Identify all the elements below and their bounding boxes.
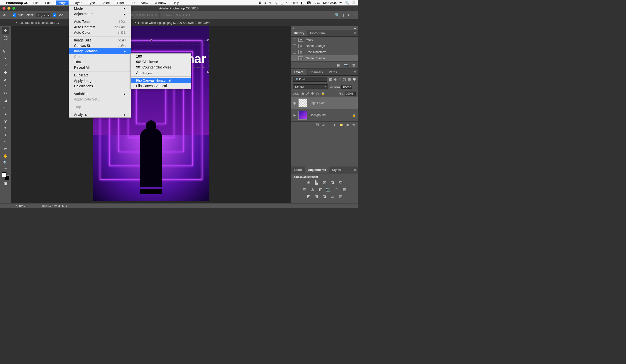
menu-item[interactable]: Adjustments▶ xyxy=(69,11,131,17)
adjust-filter-icon[interactable]: ◐ xyxy=(334,77,337,81)
menu-item[interactable]: Analysis▶ xyxy=(69,112,131,117)
submenu-item[interactable]: Flip Canvas Vertical xyxy=(131,83,191,89)
link-icon[interactable]: ⛓ xyxy=(316,123,319,127)
path-tool[interactable]: ↖ xyxy=(2,138,9,145)
new-layer-icon[interactable]: ▣ xyxy=(346,123,349,127)
tab-doc-1[interactable]: × luminar-white-biglogo.png @ 100% (Laye… xyxy=(131,19,213,26)
menu-3d[interactable]: 3D xyxy=(129,0,136,5)
history-row[interactable]: ▤Name Change xyxy=(291,43,358,49)
move-tool[interactable]: ✥ xyxy=(2,27,9,34)
kind-filter[interactable]: 🔎Kind▾ xyxy=(293,77,327,82)
menu-item[interactable]: Trim... xyxy=(69,59,131,65)
panel-menu-icon[interactable]: ≡ xyxy=(354,168,356,172)
photo-filter-icon[interactable]: 📷 xyxy=(326,187,331,192)
gradmap-icon[interactable]: ▭ xyxy=(330,194,335,199)
battery-icon[interactable]: ▮▯ xyxy=(301,1,304,5)
align-icons[interactable]: ▤ ▦ ▤ ▦ ▤ ▮ ▯ ▮ ▯ xyxy=(128,13,157,17)
history-row[interactable]: ▤Name Change xyxy=(291,55,358,62)
curves-icon[interactable]: ▨ xyxy=(322,180,327,185)
lock-paint-icon[interactable]: 🖌 xyxy=(306,92,309,95)
adjustment-icon[interactable]: ◐ xyxy=(334,123,336,127)
type-tool[interactable]: T xyxy=(2,132,9,138)
show-transform-checkbox[interactable]: Sho xyxy=(53,13,63,17)
close-icon[interactable]: × xyxy=(16,21,18,25)
tab-styles[interactable]: Styles xyxy=(329,166,344,173)
submenu-item[interactable]: 180° xyxy=(131,54,191,59)
blend-mode-select[interactable]: Normal▾ xyxy=(293,84,328,89)
zoom-tool[interactable]: 🔍 xyxy=(2,159,9,166)
tab-history[interactable]: History xyxy=(291,30,307,36)
input-label[interactable]: ABC xyxy=(313,1,320,5)
move-tool-icon[interactable]: ✥ xyxy=(1,12,7,18)
visibility-icon[interactable]: ◉ xyxy=(293,101,296,105)
layer-row[interactable]: ◉ Background 🔒 xyxy=(291,109,358,121)
tab-channels[interactable]: Channels xyxy=(307,69,326,75)
menu-item[interactable]: Canvas Size...⌥⌘C xyxy=(69,43,131,48)
menu-item[interactable]: Auto Tone⇧⌘L xyxy=(69,19,131,24)
threshold-icon[interactable]: ◪ xyxy=(322,194,327,199)
dropbox-icon[interactable]: ⧉ xyxy=(259,1,261,5)
levels-icon[interactable]: ▙ xyxy=(314,180,319,185)
quick-select-tool[interactable]: ✎⋯ xyxy=(2,48,9,55)
vibrance-icon[interactable]: ▽ xyxy=(338,180,343,185)
menu-item[interactable]: Variables▶ xyxy=(69,91,131,97)
gradient-tool[interactable]: ▭ xyxy=(2,104,9,110)
selective-icon[interactable]: ▥ xyxy=(338,194,343,199)
wifi-icon[interactable]: ⌔ xyxy=(286,1,288,5)
lock-nest-icon[interactable]: ▢ xyxy=(316,92,319,95)
fill-input[interactable]: 100%▾ xyxy=(345,92,356,96)
submenu-item[interactable]: Flip Canvas Horizontal xyxy=(131,78,191,83)
workspace-icon[interactable]: ▢ ▾ xyxy=(343,13,350,17)
lasso-tool[interactable]: ఒ xyxy=(2,41,9,48)
foreground-color[interactable] xyxy=(2,172,6,177)
clock[interactable]: Mon 3:34 PM xyxy=(323,1,342,5)
history-row[interactable]: ▤Free Transform xyxy=(291,49,358,55)
circle-icon[interactable]: ● xyxy=(264,1,266,5)
feather-icon[interactable]: ✎ xyxy=(269,1,272,5)
exposure-icon[interactable]: ◪ xyxy=(330,180,335,185)
posterize-icon[interactable]: ◨ xyxy=(314,194,319,199)
lock-pos-icon[interactable]: ✥ xyxy=(311,92,314,95)
menu-image[interactable]: Image xyxy=(56,0,69,5)
group-icon[interactable]: 📁 xyxy=(339,123,343,127)
zoom-level[interactable]: 22.84% xyxy=(15,204,25,207)
doc-size[interactable]: Doc: 57.1M/63.2M xyxy=(42,204,64,207)
menu-item[interactable]: Reveal All xyxy=(69,65,131,70)
panel-close-icon[interactable]: × xyxy=(292,27,294,30)
smart-filter-icon[interactable]: ▩ xyxy=(348,77,351,81)
tab-doc-0[interactable]: × abstract-backlit-conceptual-17 xyxy=(12,19,63,26)
type-filter-icon[interactable]: T xyxy=(339,77,341,81)
trash-icon[interactable]: 🗑 xyxy=(352,63,355,67)
menu-item[interactable]: Auto Contrast⌥⇧⌘L xyxy=(69,24,131,30)
more-tools[interactable]: ⋯ xyxy=(4,167,7,171)
menu-window[interactable]: Window xyxy=(153,0,167,5)
mask-icon[interactable]: ◻ xyxy=(328,123,330,127)
fx-icon[interactable]: fx xyxy=(322,123,325,127)
chevron-right-icon[interactable]: ▶ xyxy=(66,205,68,207)
visibility-icon[interactable]: ◉ xyxy=(293,113,296,117)
shape-filter-icon[interactable]: ▢ xyxy=(343,77,346,81)
menu-help[interactable]: Help xyxy=(171,0,181,5)
cloud-icon[interactable]: ◎ xyxy=(275,1,277,5)
hue-icon[interactable]: ▤ xyxy=(302,187,307,192)
lock-trans-icon[interactable]: ⊞ xyxy=(301,92,304,95)
camera-icon[interactable]: 📷 xyxy=(344,63,348,67)
pen-tool[interactable]: ✒ xyxy=(2,125,9,131)
traffic-close[interactable] xyxy=(2,7,5,10)
pixel-filter-icon[interactable]: ▦ xyxy=(329,77,332,81)
channel-mixer-icon[interactable]: ◌ xyxy=(334,187,339,192)
menu-item[interactable]: Duplicate... xyxy=(69,72,131,78)
eyedropper-tool[interactable]: ⟋ xyxy=(2,62,9,69)
history-row[interactable]: ✥Move xyxy=(291,37,358,43)
hand-tool[interactable]: ✋ xyxy=(2,152,9,159)
brush-tool[interactable]: 🖌 xyxy=(2,76,9,83)
menu-file[interactable]: File xyxy=(32,0,40,5)
dodge-tool[interactable]: ⚲ xyxy=(2,118,9,124)
menu-select[interactable]: Select xyxy=(100,0,112,5)
invert-icon[interactable]: ◩ xyxy=(306,194,311,199)
layer-thumb[interactable] xyxy=(298,99,307,107)
submenu-item[interactable]: 90° Clockwise xyxy=(131,59,191,65)
crop-tool[interactable]: ✂ xyxy=(2,55,9,62)
menu-type[interactable]: Type xyxy=(86,0,96,5)
menu-layer[interactable]: Layer xyxy=(72,0,83,5)
